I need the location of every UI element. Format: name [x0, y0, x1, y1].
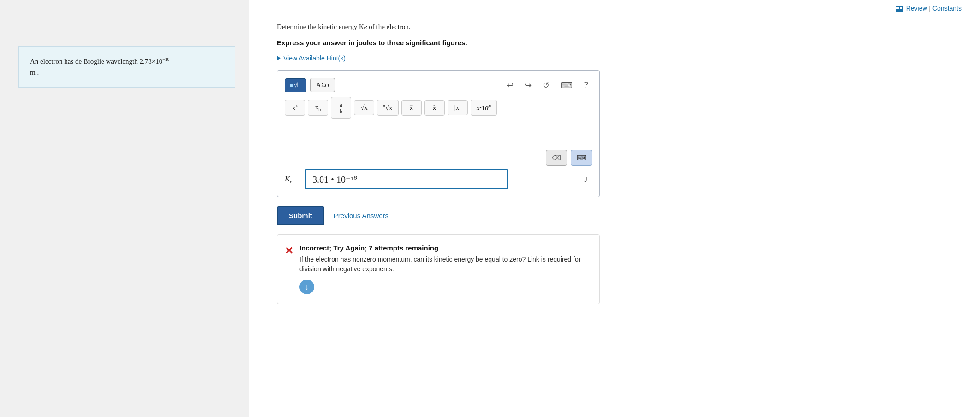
vec-x-button[interactable]: x⃗: [401, 100, 422, 116]
previous-answers-button[interactable]: Previous Answers: [334, 212, 388, 220]
help-button[interactable]: ?: [580, 78, 592, 92]
answer-row: Ke = J: [285, 166, 592, 189]
ke-label: Ke =: [285, 174, 299, 184]
link-separator: |: [929, 5, 931, 12]
keyboard-button[interactable]: ⌨: [557, 78, 576, 92]
x-sub-b-button[interactable]: xb: [308, 100, 328, 116]
incorrect-icon: ✕: [285, 245, 293, 257]
top-links: Review | Constants: [277, 0, 962, 21]
constants-link[interactable]: Constants: [932, 5, 962, 12]
feedback-content: Incorrect; Try Again; 7 attempts remaini…: [299, 244, 590, 294]
problem-unit: m .: [30, 69, 39, 76]
unit-label: J: [584, 175, 592, 184]
math-mode-button[interactable]: ■ √□: [285, 78, 306, 92]
x-power-a-button[interactable]: xa: [285, 100, 305, 116]
redo-button[interactable]: ↪: [521, 78, 535, 92]
problem-superscript: −10: [162, 57, 169, 62]
sqrt-x-button[interactable]: √x: [354, 100, 374, 115]
feedback-box: ✕ Incorrect; Try Again; 7 attempts remai…: [277, 234, 600, 304]
hint-link[interactable]: View Available Hint(s): [277, 54, 346, 62]
problem-box: An electron has de Broglie wavelength 2.…: [18, 46, 235, 88]
more-button[interactable]: ↓: [299, 280, 314, 294]
toolbar-row1: ■ √□ ΑΣφ ↩ ↪ ↺ ⌨ ?: [285, 78, 592, 92]
input-area: [285, 123, 592, 146]
greek-button[interactable]: ΑΣφ: [310, 78, 335, 92]
hint-text: View Available Hint(s): [283, 54, 346, 62]
abs-x-button[interactable]: |x|: [448, 100, 468, 115]
bottom-icons: ⌫ ⌨: [285, 150, 592, 166]
feedback-title: Incorrect; Try Again; 7 attempts remaini…: [299, 244, 590, 252]
review-icon: [896, 6, 903, 12]
show-keyboard-button[interactable]: ⌨: [571, 150, 592, 166]
question-text: Determine the kinetic energy Ke of the e…: [277, 21, 962, 32]
problem-text: An electron has de Broglie wavelength 2.…: [30, 58, 162, 65]
math-editor: ■ √□ ΑΣφ ↩ ↪ ↺ ⌨ ? xa xb ab √x n√x x⃗ x̂…: [277, 70, 600, 197]
bold-instruction: Express your answer in joules to three s…: [277, 39, 962, 47]
refresh-button[interactable]: ↺: [539, 78, 553, 92]
hint-arrow-icon: [277, 56, 281, 60]
nth-root-x-button[interactable]: n√x: [377, 100, 399, 116]
review-link[interactable]: Review: [906, 5, 927, 12]
a-over-b-button[interactable]: ab: [331, 97, 351, 119]
feedback-text: If the electron has nonzero momentum, ca…: [299, 255, 590, 274]
undo-button[interactable]: ↩: [503, 78, 517, 92]
math-mode-icon: ■: [290, 83, 293, 88]
sqrt-icon: √□: [294, 82, 301, 89]
backspace-button[interactable]: ⌫: [546, 150, 567, 166]
hat-x-button[interactable]: x̂: [424, 100, 445, 116]
answer-input[interactable]: [305, 169, 508, 189]
action-row: Submit Previous Answers: [277, 206, 600, 225]
x-times-10n-button[interactable]: x·10n: [471, 100, 497, 116]
submit-button[interactable]: Submit: [277, 206, 324, 225]
toolbar-row2: xa xb ab √x n√x x⃗ x̂ |x| x·10n: [285, 97, 592, 119]
